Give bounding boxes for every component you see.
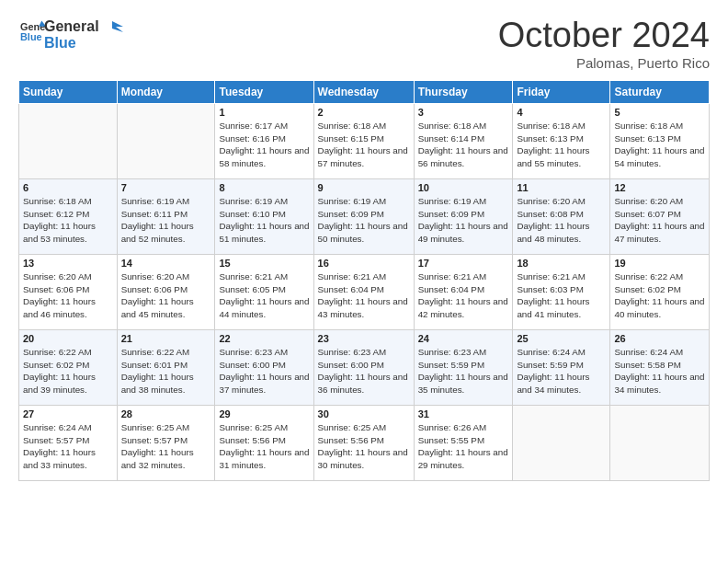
- calendar-cell: 14Sunrise: 6:20 AM Sunset: 6:06 PM Dayli…: [117, 254, 215, 329]
- day-info: Sunrise: 6:17 AM Sunset: 6:16 PM Dayligh…: [219, 120, 309, 170]
- calendar-cell: 7Sunrise: 6:19 AM Sunset: 6:11 PM Daylig…: [117, 178, 215, 254]
- calendar-cell: 5Sunrise: 6:18 AM Sunset: 6:13 PM Daylig…: [610, 103, 710, 178]
- calendar-header-row: SundayMondayTuesdayWednesdayThursdayFrid…: [19, 80, 710, 103]
- calendar-cell: 16Sunrise: 6:21 AM Sunset: 6:04 PM Dayli…: [313, 254, 414, 329]
- calendar-cell: 26Sunrise: 6:24 AM Sunset: 5:58 PM Dayli…: [610, 329, 710, 405]
- day-number: 13: [23, 258, 113, 269]
- svg-marker-3: [112, 21, 123, 32]
- calendar-week-row: 6Sunrise: 6:18 AM Sunset: 6:12 PM Daylig…: [19, 178, 710, 254]
- day-info: Sunrise: 6:18 AM Sunset: 6:12 PM Dayligh…: [23, 195, 113, 246]
- calendar-table: SundayMondayTuesdayWednesdayThursdayFrid…: [18, 80, 710, 481]
- day-number: 6: [23, 182, 113, 193]
- calendar-week-row: 13Sunrise: 6:20 AM Sunset: 6:06 PM Dayli…: [19, 254, 710, 329]
- calendar-cell: 31Sunrise: 6:26 AM Sunset: 5:55 PM Dayli…: [414, 405, 513, 480]
- calendar-cell: [513, 405, 610, 480]
- day-info: Sunrise: 6:21 AM Sunset: 6:04 PM Dayligh…: [318, 270, 410, 321]
- calendar-cell: 24Sunrise: 6:23 AM Sunset: 5:59 PM Dayli…: [414, 329, 513, 405]
- col-header-wednesday: Wednesday: [313, 80, 414, 103]
- day-number: 19: [614, 258, 705, 269]
- day-info: Sunrise: 6:18 AM Sunset: 6:13 PM Dayligh…: [614, 120, 705, 170]
- calendar-cell: 12Sunrise: 6:20 AM Sunset: 6:07 PM Dayli…: [610, 178, 710, 254]
- day-info: Sunrise: 6:21 AM Sunset: 6:03 PM Dayligh…: [517, 270, 606, 321]
- day-number: 14: [121, 258, 211, 269]
- day-info: Sunrise: 6:24 AM Sunset: 5:57 PM Dayligh…: [23, 421, 113, 472]
- day-info: Sunrise: 6:18 AM Sunset: 6:13 PM Dayligh…: [517, 120, 606, 170]
- day-number: 30: [318, 408, 410, 419]
- col-header-sunday: Sunday: [19, 80, 118, 103]
- calendar-cell: 15Sunrise: 6:21 AM Sunset: 6:05 PM Dayli…: [215, 254, 313, 329]
- logo: General Blue General Blue: [18, 17, 123, 51]
- day-number: 15: [219, 258, 309, 269]
- calendar-cell: 21Sunrise: 6:22 AM Sunset: 6:01 PM Dayli…: [117, 329, 215, 405]
- day-info: Sunrise: 6:18 AM Sunset: 6:14 PM Dayligh…: [418, 120, 509, 170]
- calendar-cell: 23Sunrise: 6:23 AM Sunset: 6:00 PM Dayli…: [313, 329, 414, 405]
- calendar-cell: 29Sunrise: 6:25 AM Sunset: 5:56 PM Dayli…: [215, 405, 313, 480]
- day-info: Sunrise: 6:20 AM Sunset: 6:07 PM Dayligh…: [614, 195, 705, 246]
- calendar-week-row: 27Sunrise: 6:24 AM Sunset: 5:57 PM Dayli…: [19, 405, 710, 480]
- day-number: 11: [517, 182, 606, 193]
- day-info: Sunrise: 6:25 AM Sunset: 5:56 PM Dayligh…: [219, 421, 309, 472]
- day-info: Sunrise: 6:24 AM Sunset: 5:58 PM Dayligh…: [614, 346, 705, 396]
- day-number: 28: [121, 408, 211, 419]
- logo-text-blue: Blue: [44, 35, 99, 52]
- day-number: 29: [219, 408, 309, 419]
- day-number: 23: [318, 333, 410, 344]
- day-number: 18: [517, 258, 606, 269]
- day-info: Sunrise: 6:23 AM Sunset: 6:00 PM Dayligh…: [219, 346, 309, 396]
- day-number: 7: [121, 182, 211, 193]
- day-info: Sunrise: 6:20 AM Sunset: 6:06 PM Dayligh…: [121, 270, 211, 321]
- logo-text-general: General: [44, 18, 99, 35]
- day-info: Sunrise: 6:19 AM Sunset: 6:10 PM Dayligh…: [219, 195, 309, 246]
- day-number: 9: [318, 182, 410, 193]
- day-number: 20: [23, 333, 113, 344]
- day-info: Sunrise: 6:18 AM Sunset: 6:15 PM Dayligh…: [318, 120, 410, 170]
- day-number: 16: [318, 258, 410, 269]
- day-info: Sunrise: 6:23 AM Sunset: 6:00 PM Dayligh…: [318, 346, 410, 396]
- calendar-cell: 27Sunrise: 6:24 AM Sunset: 5:57 PM Dayli…: [19, 405, 118, 480]
- calendar-cell: 11Sunrise: 6:20 AM Sunset: 6:08 PM Dayli…: [513, 178, 610, 254]
- col-header-saturday: Saturday: [610, 80, 710, 103]
- day-number: 25: [517, 333, 606, 344]
- day-info: Sunrise: 6:21 AM Sunset: 6:04 PM Dayligh…: [418, 270, 509, 321]
- day-info: Sunrise: 6:25 AM Sunset: 5:56 PM Dayligh…: [318, 421, 410, 472]
- day-number: 22: [219, 333, 309, 344]
- day-info: Sunrise: 6:22 AM Sunset: 6:02 PM Dayligh…: [23, 346, 113, 396]
- day-number: 1: [219, 107, 309, 118]
- day-number: 21: [121, 333, 211, 344]
- logo-icon: General Blue: [20, 19, 46, 45]
- calendar-cell: 22Sunrise: 6:23 AM Sunset: 6:00 PM Dayli…: [215, 329, 313, 405]
- day-number: 5: [614, 107, 705, 118]
- calendar-cell: 13Sunrise: 6:20 AM Sunset: 6:06 PM Dayli…: [19, 254, 118, 329]
- calendar-cell: 20Sunrise: 6:22 AM Sunset: 6:02 PM Dayli…: [19, 329, 118, 405]
- calendar-cell: 10Sunrise: 6:19 AM Sunset: 6:09 PM Dayli…: [414, 178, 513, 254]
- calendar-cell: 30Sunrise: 6:25 AM Sunset: 5:56 PM Dayli…: [313, 405, 414, 480]
- calendar-cell: 1Sunrise: 6:17 AM Sunset: 6:16 PM Daylig…: [215, 103, 313, 178]
- day-number: 26: [614, 333, 705, 344]
- calendar-cell: 2Sunrise: 6:18 AM Sunset: 6:15 PM Daylig…: [313, 103, 414, 178]
- calendar-cell: 4Sunrise: 6:18 AM Sunset: 6:13 PM Daylig…: [513, 103, 610, 178]
- calendar-cell: 9Sunrise: 6:19 AM Sunset: 6:09 PM Daylig…: [313, 178, 414, 254]
- day-info: Sunrise: 6:25 AM Sunset: 5:57 PM Dayligh…: [121, 421, 211, 472]
- col-header-thursday: Thursday: [414, 80, 513, 103]
- calendar-cell: 6Sunrise: 6:18 AM Sunset: 6:12 PM Daylig…: [19, 178, 118, 254]
- day-info: Sunrise: 6:19 AM Sunset: 6:11 PM Dayligh…: [121, 195, 211, 246]
- title-block: October 2024 Palomas, Puerto Rico: [498, 17, 710, 71]
- calendar-cell: 17Sunrise: 6:21 AM Sunset: 6:04 PM Dayli…: [414, 254, 513, 329]
- calendar-cell: 19Sunrise: 6:22 AM Sunset: 6:02 PM Dayli…: [610, 254, 710, 329]
- calendar-week-row: 1Sunrise: 6:17 AM Sunset: 6:16 PM Daylig…: [19, 103, 710, 178]
- day-number: 4: [517, 107, 606, 118]
- day-number: 12: [614, 182, 705, 193]
- col-header-monday: Monday: [117, 80, 215, 103]
- day-info: Sunrise: 6:19 AM Sunset: 6:09 PM Dayligh…: [418, 195, 509, 246]
- day-info: Sunrise: 6:22 AM Sunset: 6:01 PM Dayligh…: [121, 346, 211, 396]
- calendar-cell: 18Sunrise: 6:21 AM Sunset: 6:03 PM Dayli…: [513, 254, 610, 329]
- day-number: 10: [418, 182, 509, 193]
- day-number: 3: [418, 107, 509, 118]
- day-number: 31: [418, 408, 509, 419]
- day-info: Sunrise: 6:23 AM Sunset: 5:59 PM Dayligh…: [418, 346, 509, 396]
- day-info: Sunrise: 6:24 AM Sunset: 5:59 PM Dayligh…: [517, 346, 606, 396]
- day-info: Sunrise: 6:20 AM Sunset: 6:06 PM Dayligh…: [23, 270, 113, 321]
- col-header-tuesday: Tuesday: [215, 80, 313, 103]
- day-info: Sunrise: 6:26 AM Sunset: 5:55 PM Dayligh…: [418, 421, 509, 472]
- calendar-cell: [19, 103, 118, 178]
